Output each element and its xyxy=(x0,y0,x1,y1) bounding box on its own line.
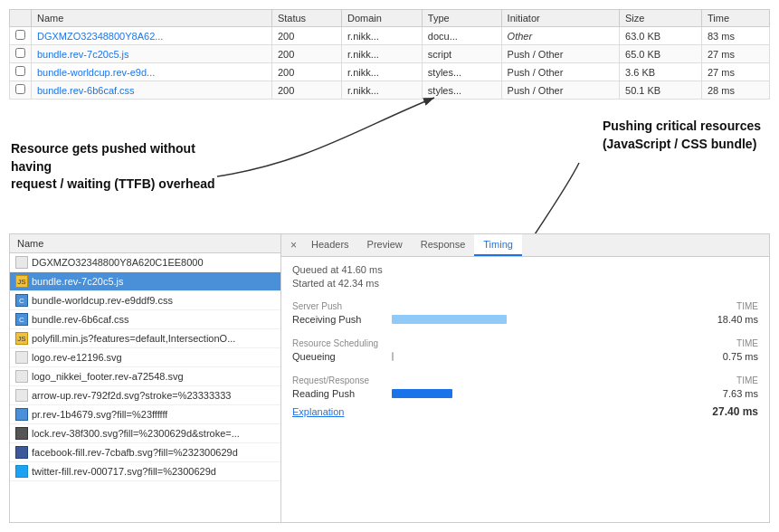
col-type: Type xyxy=(422,10,501,27)
checkbox[interactable] xyxy=(15,66,25,76)
col-status: Status xyxy=(271,10,341,27)
queued-info: Queued at 41.60 ms xyxy=(292,264,758,275)
col-domain: Domain xyxy=(342,10,423,27)
row-initiator: Other xyxy=(501,27,619,45)
row-checkbox[interactable] xyxy=(10,63,32,81)
checkbox[interactable] xyxy=(15,84,25,94)
request-response-section: Request/Response TIME Reading Push 7.63 … xyxy=(292,370,758,400)
checkbox[interactable] xyxy=(15,48,25,58)
file-icon xyxy=(15,351,28,364)
resource-scheduling-section: Resource Scheduling TIME Queueing 0.75 m… xyxy=(292,333,758,363)
table-row[interactable]: bundle.rev-6b6caf.css 200 r.nikk... styl… xyxy=(10,81,770,100)
server-push-label: Server Push xyxy=(292,301,342,311)
tab-headers[interactable]: Headers xyxy=(302,234,358,256)
list-item[interactable]: DGXMZO32348800Y8A620C1EE8000 xyxy=(10,253,280,272)
row-size: 65.0 KB xyxy=(620,45,702,63)
tab-preview[interactable]: Preview xyxy=(358,234,412,256)
detail-panel: × Headers Preview Response Timing Queued… xyxy=(281,234,769,522)
file-name: bundle.rev-7c20c5.js xyxy=(32,276,124,287)
file-name: pr.rev-1b4679.svg?fill=%23ffffff xyxy=(32,409,167,420)
row-status: 200 xyxy=(271,81,341,100)
row-initiator: Push / Other xyxy=(501,45,619,63)
row-status: 200 xyxy=(271,63,341,81)
detail-tabs: × Headers Preview Response Timing xyxy=(281,234,769,257)
tab-timing[interactable]: Timing xyxy=(474,234,522,256)
request-response-label: Request/Response xyxy=(292,375,369,385)
list-item[interactable]: logo_nikkei_footer.rev-a72548.svg xyxy=(10,367,280,386)
queueing-bar xyxy=(392,352,394,361)
server-push-time-header: TIME xyxy=(736,301,758,311)
checkbox[interactable] xyxy=(15,30,25,40)
row-name: bundle.rev-7c20c5.js xyxy=(32,45,272,63)
started-info: Started at 42.34 ms xyxy=(292,278,758,289)
row-domain: r.nikk... xyxy=(342,63,423,81)
row-time: 27 ms xyxy=(702,45,770,63)
table-row[interactable]: bundle-worldcup.rev-e9d... 200 r.nikk...… xyxy=(10,63,770,81)
row-size: 3.6 KB xyxy=(620,63,702,81)
file-name: logo_nikkei_footer.rev-a72548.svg xyxy=(32,371,184,382)
list-item[interactable]: C bundle-worldcup.rev-e9ddf9.css xyxy=(10,291,280,310)
file-icon xyxy=(15,256,28,269)
reading-push-row: Reading Push 7.63 ms xyxy=(292,387,758,400)
col-time: Time xyxy=(702,10,770,27)
resource-scheduling-time-header: TIME xyxy=(736,338,758,348)
row-checkbox[interactable] xyxy=(10,81,32,100)
file-list-header: Name xyxy=(10,234,280,253)
list-item[interactable]: JS polyfill.min.js?features=default,Inte… xyxy=(10,329,280,348)
list-item[interactable]: arrow-up.rev-792f2d.svg?stroke=%23333333 xyxy=(10,386,280,405)
row-domain: r.nikk... xyxy=(342,27,423,45)
col-checkbox xyxy=(10,10,32,27)
row-type: docu... xyxy=(422,27,501,45)
row-time: 83 ms xyxy=(702,27,770,45)
list-item[interactable]: lock.rev-38f300.svg?fill=%2300629d&strok… xyxy=(10,424,280,443)
list-item[interactable]: facebook-fill.rev-7cbafb.svg?fill=%23230… xyxy=(10,443,280,462)
bottom-panel: Name DGXMZO32348800Y8A620C1EE8000 JS bun… xyxy=(9,233,770,523)
reading-push-value: 7.63 ms xyxy=(695,388,758,399)
annotation-right: Pushing critical resources (JavaScript /… xyxy=(603,118,761,153)
file-name: lock.rev-38f300.svg?fill=%2300629d&strok… xyxy=(32,428,240,439)
row-domain: r.nikk... xyxy=(342,81,423,100)
resource-scheduling-label: Resource Scheduling xyxy=(292,338,378,348)
file-name: DGXMZO32348800Y8A620C1EE8000 xyxy=(32,257,204,268)
total-value: 27.40 ms xyxy=(712,405,758,418)
row-size: 50.1 KB xyxy=(620,81,702,100)
list-item[interactable]: pr.rev-1b4679.svg?fill=%23ffffff xyxy=(10,405,280,424)
list-item[interactable]: C bundle.rev-6b6caf.css xyxy=(10,310,280,329)
request-response-time-header: TIME xyxy=(736,375,758,385)
row-type: styles... xyxy=(422,81,501,100)
tab-response[interactable]: Response xyxy=(412,234,475,256)
row-checkbox[interactable] xyxy=(10,27,32,45)
file-icon: C xyxy=(15,313,28,326)
table-row[interactable]: DGXMZO32348800Y8A62... 200 r.nikk... doc… xyxy=(10,27,770,45)
row-size: 63.0 KB xyxy=(620,27,702,45)
row-type: styles... xyxy=(422,63,501,81)
file-icon xyxy=(15,427,28,440)
file-name: arrow-up.rev-792f2d.svg?stroke=%23333333 xyxy=(32,390,231,401)
file-list[interactable]: Name DGXMZO32348800Y8A620C1EE8000 JS bun… xyxy=(10,234,281,522)
list-item[interactable]: JS bundle.rev-7c20c5.js xyxy=(10,272,280,291)
receiving-push-label: Receiving Push xyxy=(292,314,392,325)
row-name: bundle.rev-6b6caf.css xyxy=(32,81,272,100)
row-initiator: Push / Other xyxy=(501,81,619,100)
file-icon xyxy=(15,370,28,383)
row-checkbox[interactable] xyxy=(10,45,32,63)
col-name: Name xyxy=(32,10,272,27)
file-icon xyxy=(15,408,28,421)
receiving-push-bar-area xyxy=(392,313,695,326)
file-icon xyxy=(15,465,28,478)
file-name: polyfill.min.js?features=default,Interse… xyxy=(32,333,235,344)
file-icon: JS xyxy=(15,332,28,345)
reading-push-bar xyxy=(392,389,452,398)
receiving-push-value: 18.40 ms xyxy=(695,314,758,325)
server-push-section: Server Push TIME Receiving Push 18.40 ms xyxy=(292,296,758,326)
close-button[interactable]: × xyxy=(285,235,302,255)
list-item[interactable]: twitter-fill.rev-000717.svg?fill=%230062… xyxy=(10,462,280,481)
reading-push-label: Reading Push xyxy=(292,388,392,399)
table-row[interactable]: bundle.rev-7c20c5.js 200 r.nikk... scrip… xyxy=(10,45,770,63)
top-table-section: Name Status Domain Type Initiator Size T… xyxy=(9,9,770,100)
file-icon xyxy=(15,446,28,459)
network-table: Name Status Domain Type Initiator Size T… xyxy=(9,9,770,100)
explanation-link[interactable]: Explanation xyxy=(292,406,345,417)
queueing-value: 0.75 ms xyxy=(695,351,758,362)
list-item[interactable]: logo.rev-e12196.svg xyxy=(10,348,280,367)
